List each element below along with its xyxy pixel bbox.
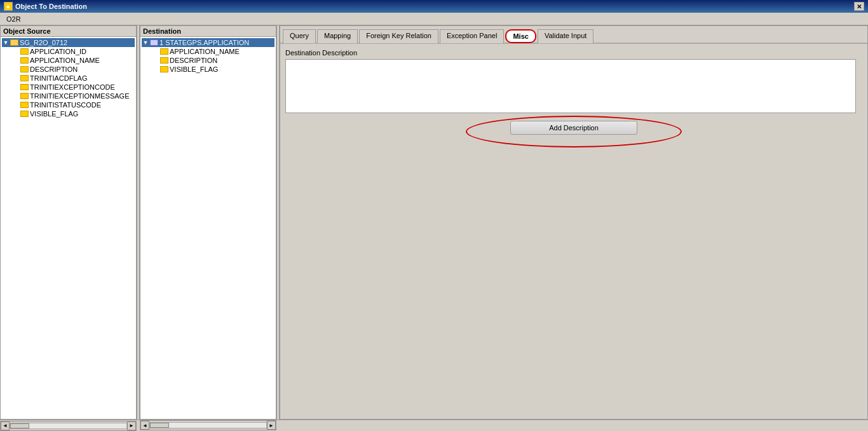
field-icon <box>20 57 29 64</box>
list-item[interactable]: VISIBLE_FLAG <box>142 65 275 74</box>
expand-icon <box>152 48 159 55</box>
scroll-right-arrow-m[interactable]: ► <box>267 421 276 430</box>
expand-icon <box>12 110 20 118</box>
list-item[interactable]: VISIBLE_FLAG <box>2 109 135 118</box>
tabs-bar: Query Mapping Foreign Key Relation Excep… <box>280 26 867 44</box>
field-icon <box>159 57 168 64</box>
tree-label: DESCRIPTION <box>30 65 78 73</box>
scroll-left-arrow-m[interactable]: ◄ <box>140 421 149 430</box>
misc-tab-content: Destination Description Add Description <box>280 44 867 419</box>
expand-icon <box>12 101 20 109</box>
field-icon <box>20 110 29 118</box>
field-icon <box>20 83 29 91</box>
field-icon <box>159 48 168 55</box>
tree-label: TRINITIACDFLAG <box>30 74 87 82</box>
scroll-track[interactable] <box>10 423 127 429</box>
destination-tree: ▼ 1 STATEGPS.APPLICATION APPLICATION_NAM… <box>140 37 276 419</box>
list-item[interactable]: DESCRIPTION <box>142 56 275 65</box>
field-icon <box>20 74 29 82</box>
expand-icon <box>152 57 159 64</box>
tab-exception-panel[interactable]: Exception Panel <box>440 29 505 43</box>
right-panel-wrapper: Query Mapping Foreign Key Relation Excep… <box>280 25 868 420</box>
scroll-right-arrow[interactable]: ► <box>127 421 136 430</box>
scroll-left-area: ◄ ► <box>0 420 137 431</box>
description-textarea[interactable] <box>285 59 856 113</box>
field-icon <box>20 65 29 73</box>
window-icon: ■ <box>4 2 13 11</box>
tab-mapping[interactable]: Mapping <box>317 29 358 43</box>
tree-label-root: SG_R2O_0712 <box>20 39 67 46</box>
left-panel-header: Object Source <box>1 26 136 37</box>
left-scroll-bar[interactable]: ◄ ► <box>0 421 137 431</box>
expand-icon-root[interactable]: ▼ <box>2 39 10 46</box>
field-icon <box>20 48 29 55</box>
expand-icon <box>12 57 20 64</box>
menu-bar: O2R <box>0 13 868 25</box>
expand-icon <box>12 83 20 91</box>
tree-label: TRINITIEXCEPTIONMESSAGE <box>30 92 129 100</box>
tab-misc[interactable]: Misc <box>505 29 536 43</box>
field-icon <box>159 65 168 73</box>
list-item[interactable]: APPLICATION_ID <box>2 47 135 56</box>
list-item[interactable]: TRINITIEXCEPTIONCODE <box>2 83 135 92</box>
list-item[interactable]: TRINITIEXCEPTIONMESSAGE <box>2 92 135 100</box>
dest-tree-node-root[interactable]: ▼ 1 STATEGPS.APPLICATION <box>142 38 275 47</box>
scroll-track-m[interactable] <box>149 422 267 428</box>
right-panel: Query Mapping Foreign Key Relation Excep… <box>280 25 868 420</box>
destination-description-label: Destination Description <box>285 49 862 57</box>
tree-label: APPLICATION_ID <box>30 48 86 55</box>
list-item[interactable]: APPLICATION_NAME <box>2 56 135 65</box>
field-icon <box>20 101 29 109</box>
list-item[interactable]: APPLICATION_NAME <box>142 47 275 56</box>
table-icon-root <box>149 39 158 46</box>
scroll-thumb[interactable] <box>10 423 29 428</box>
tab-validate-input[interactable]: Validate Input <box>538 29 593 43</box>
left-panel: Object Source ▼ SG_R2O_0712 APPLICATION_… <box>0 25 137 420</box>
scroll-left-arrow[interactable]: ◄ <box>1 421 10 430</box>
tree-label: DESCRIPTION <box>170 57 217 64</box>
tree-label: TRINITIEXCEPTIONCODE <box>30 83 115 91</box>
list-item[interactable]: DESCRIPTION <box>2 65 135 74</box>
menu-o2r[interactable]: O2R <box>3 15 25 24</box>
field-icon <box>20 92 29 100</box>
middle-scroll-bar[interactable]: ◄ ► <box>140 420 276 430</box>
expand-icon <box>12 92 20 100</box>
window-title: Object To Destination <box>15 3 87 10</box>
tree-label: VISIBLE_FLAG <box>170 65 218 73</box>
expand-icon <box>152 65 159 73</box>
list-item[interactable]: TRINITIACDFLAG <box>2 74 135 83</box>
title-bar: ■ Object To Destination ✕ <box>0 0 868 13</box>
content-area: Object Source ▼ SG_R2O_0712 APPLICATION_… <box>0 25 868 420</box>
left-tree: ▼ SG_R2O_0712 APPLICATION_ID <box>1 37 136 419</box>
folder-icon-root <box>10 39 18 46</box>
expand-icon <box>12 48 20 55</box>
title-bar-left: ■ Object To Destination <box>4 2 87 11</box>
tree-label: VISIBLE_FLAG <box>30 110 78 118</box>
tree-label: APPLICATION_NAME <box>30 57 100 64</box>
bottom-scroll-area: ◄ ► ◄ ► <box>0 420 868 431</box>
scroll-thumb-m[interactable] <box>150 423 169 428</box>
middle-panel: Destination ▼ 1 STATEGPS.APPLICATION APP… <box>140 25 276 420</box>
expand-icon <box>12 65 20 73</box>
tree-label: TRINITISTATUSCODE <box>30 101 101 109</box>
tree-label: APPLICATION_NAME <box>170 48 240 55</box>
tree-node-root[interactable]: ▼ SG_R2O_0712 <box>2 38 135 47</box>
list-item[interactable]: TRINITISTATUSCODE <box>2 100 135 109</box>
window-close-button[interactable]: ✕ <box>854 2 864 11</box>
dest-tree-label-root: 1 STATEGPS.APPLICATION <box>159 39 249 46</box>
main-container: Object Source ▼ SG_R2O_0712 APPLICATION_… <box>0 25 868 431</box>
expand-icon-dest-root[interactable]: ▼ <box>142 39 149 46</box>
tab-foreign-key[interactable]: Foreign Key Relation <box>359 29 438 43</box>
middle-panel-header: Destination <box>140 26 276 37</box>
add-description-button[interactable]: Add Description <box>510 121 637 135</box>
expand-icon <box>12 74 20 82</box>
middle-scroll-area: ◄ ► <box>140 420 276 431</box>
tab-query[interactable]: Query <box>283 29 316 43</box>
